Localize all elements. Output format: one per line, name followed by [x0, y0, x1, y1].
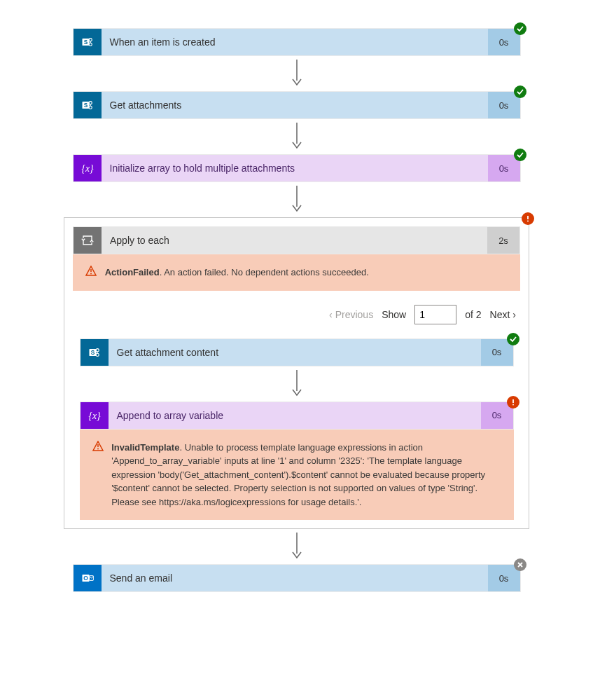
svg-text:S: S	[83, 102, 88, 109]
prev-label: Previous	[335, 309, 373, 320]
error-badge-icon	[507, 396, 519, 409]
chevron-right-icon: ›	[512, 309, 516, 320]
loop-pagination: ‹Previous Show of 2 Next›	[73, 291, 520, 338]
success-badge-icon	[514, 149, 526, 161]
flow-arrow-icon	[291, 182, 303, 217]
svg-point-3	[89, 43, 92, 46]
success-badge-icon	[507, 333, 519, 345]
next-button[interactable]: Next›	[490, 309, 516, 320]
step-title: Get attachment content	[109, 339, 481, 366]
error-message-append: InvalidTemplate. Unable to process templ…	[80, 430, 514, 521]
svg-text:S: S	[90, 348, 95, 355]
flow-arrow-icon	[291, 366, 303, 402]
variable-icon: {x}	[74, 155, 102, 181]
action-get-attachments[interactable]: S Get attachments 0s	[73, 91, 521, 119]
svg-text:S: S	[83, 39, 88, 46]
outlook-icon: O	[74, 565, 102, 591]
error-badge-icon	[522, 212, 534, 225]
loop-apply-to-each[interactable]: Apply to each 2s ActionFailed. An action…	[64, 217, 529, 529]
svg-point-20	[96, 348, 99, 351]
action-initialize-array[interactable]: {x} Initialize array to hold multiple at…	[73, 154, 521, 182]
step-title: Get attachments	[102, 92, 488, 118]
svg-text:O: O	[83, 575, 88, 582]
svg-point-15	[527, 220, 529, 221]
svg-point-28	[97, 448, 99, 449]
svg-point-9	[89, 106, 92, 109]
next-label: Next	[490, 309, 510, 320]
step-duration: 2s	[487, 227, 519, 254]
sharepoint-icon: S	[74, 92, 102, 118]
action-send-email[interactable]: O Send an email 0s	[73, 564, 521, 592]
loop-icon	[74, 227, 102, 254]
svg-text:{x}: {x}	[88, 410, 101, 420]
action-append-to-array[interactable]: {x} Append to array variable 0s	[80, 402, 514, 430]
svg-point-8	[89, 102, 92, 104]
success-badge-icon	[514, 85, 526, 98]
step-title: Apply to each	[102, 227, 487, 254]
flow-arrow-icon	[291, 119, 303, 154]
skipped-badge-icon	[514, 558, 526, 571]
svg-text:{x}: {x}	[81, 163, 94, 174]
svg-point-21	[96, 353, 99, 356]
error-code: InvalidTemplate	[111, 442, 179, 453]
action-get-attachment-content[interactable]: S Get attachment content 0s	[80, 338, 514, 366]
loop-header[interactable]: Apply to each 2s	[73, 226, 520, 254]
step-title: Initialize array to hold multiple attach…	[102, 155, 488, 181]
step-title: Send an email	[102, 565, 488, 591]
error-text: . An action failed. No dependent actions…	[160, 267, 369, 277]
page-input[interactable]	[414, 305, 456, 324]
of-label: of 2	[465, 309, 481, 320]
svg-point-26	[512, 404, 514, 405]
trigger-item-created[interactable]: S When an item is created 0s	[73, 28, 521, 56]
error-code: ActionFailed	[105, 267, 160, 277]
chevron-left-icon: ‹	[329, 309, 333, 320]
flow-arrow-icon	[291, 529, 303, 564]
svg-point-2	[89, 39, 92, 41]
warning-icon	[85, 266, 97, 277]
error-message-loop: ActionFailed. An action failed. No depen…	[73, 254, 520, 291]
sharepoint-icon: S	[74, 29, 102, 55]
sharepoint-icon: S	[81, 339, 109, 366]
prev-button[interactable]: ‹Previous	[329, 309, 373, 320]
flow-arrow-icon	[291, 56, 303, 91]
show-label: Show	[382, 309, 406, 320]
warning-icon	[92, 441, 104, 452]
svg-point-17	[90, 273, 92, 275]
success-badge-icon	[514, 22, 526, 35]
variable-icon: {x}	[81, 402, 109, 429]
step-title: Append to array variable	[109, 402, 481, 429]
step-title: When an item is created	[102, 29, 488, 55]
